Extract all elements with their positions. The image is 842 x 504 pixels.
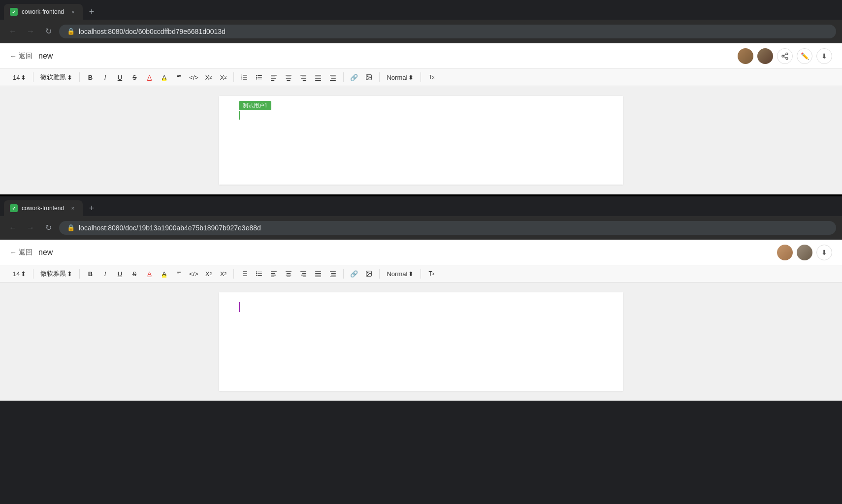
unordered-list-button-1[interactable] — [253, 71, 265, 84]
back-button-2[interactable]: ← 返回 — [10, 248, 32, 257]
svg-rect-66 — [331, 275, 336, 275]
back-nav-2[interactable]: ← — [6, 221, 20, 235]
ordered-list-button-2[interactable] — [238, 267, 251, 280]
align-center-button-1[interactable] — [282, 71, 295, 84]
svg-rect-45 — [258, 273, 262, 274]
subscript-button-1[interactable]: X2 — [202, 71, 215, 84]
justify-button-2[interactable] — [312, 267, 324, 280]
svg-rect-28 — [303, 80, 306, 81]
tab-favicon-1 — [10, 8, 18, 16]
justify-button-1[interactable] — [312, 71, 324, 84]
image-button-1[interactable] — [362, 71, 375, 84]
indent-button-2[interactable] — [326, 267, 339, 280]
tab-close-2[interactable]: × — [69, 204, 77, 212]
normal-select-1[interactable]: Normal ⬍ — [384, 73, 417, 82]
address-bar-2: ← → ↻ 🔒 localhost:8080/doc/19b13a1900ab4… — [0, 216, 842, 240]
code-button-1[interactable]: </> — [187, 71, 200, 84]
strikethrough-button-2[interactable]: S̶ — [128, 267, 141, 280]
image-button-2[interactable] — [362, 267, 375, 280]
lock-icon-2: 🔒 — [67, 224, 75, 231]
svg-rect-5 — [243, 75, 247, 75]
reload-nav-1[interactable]: ↻ — [41, 25, 55, 38]
edit-button-1[interactable]: ✏️ — [797, 48, 812, 64]
svg-rect-27 — [301, 78, 307, 79]
clear-format-button-2[interactable]: Tx — [425, 267, 438, 280]
back-arrow-1: ← — [10, 52, 17, 60]
cursor-2 — [239, 302, 240, 312]
svg-rect-6 — [243, 77, 247, 77]
align-right-button-2[interactable] — [297, 267, 310, 280]
underline-button-1[interactable]: U — [113, 71, 126, 84]
nav-right-1: ✏️ ⬇ — [738, 48, 832, 64]
tab-1[interactable]: cowork-frontend × — [4, 4, 83, 20]
bold-button-1[interactable]: B — [84, 71, 97, 84]
tab-2[interactable]: cowork-frontend × — [4, 200, 83, 216]
svg-rect-17 — [271, 75, 277, 75]
svg-point-69 — [368, 272, 369, 273]
normal-select-2[interactable]: Normal ⬍ — [384, 269, 417, 279]
url-bar-2[interactable]: 🔒 localhost:8080/doc/19b13a1900ab4e75b18… — [59, 221, 836, 235]
svg-rect-32 — [316, 80, 322, 81]
quote-button-2[interactable]: “” — [172, 267, 185, 280]
font-color-button-1[interactable]: A — [143, 71, 156, 84]
bold-button-2[interactable]: B — [84, 267, 97, 280]
svg-rect-18 — [271, 77, 275, 77]
editor-page-1[interactable]: 测试用户1 — [219, 96, 623, 185]
share-button-1[interactable] — [777, 48, 793, 64]
svg-rect-30 — [316, 77, 322, 77]
doc-title-1: new — [38, 52, 53, 61]
strikethrough-button-1[interactable]: S̶ — [128, 71, 141, 84]
new-tab-button-2[interactable]: + — [85, 201, 98, 215]
italic-button-1[interactable]: I — [98, 71, 111, 84]
align-center-button-2[interactable] — [282, 267, 295, 280]
link-button-1[interactable]: 🔗 — [348, 71, 360, 84]
svg-rect-19 — [271, 78, 277, 79]
code-button-2[interactable]: </> — [187, 267, 200, 280]
align-right-button-1[interactable] — [297, 71, 310, 84]
svg-rect-58 — [301, 275, 307, 275]
align-left-button-2[interactable] — [267, 267, 280, 280]
subscript-button-2[interactable]: X2 — [202, 267, 215, 280]
font-size-select-1[interactable]: 14 ⬍ — [10, 73, 29, 82]
back-button-1[interactable]: ← 返回 — [10, 52, 32, 61]
ordered-list-button-1[interactable]: 123 — [238, 71, 251, 84]
tab-close-1[interactable]: × — [69, 8, 77, 16]
toolbar-1: 14 ⬍ 微软雅黑 ⬍ B I U S̶ A A “” </> X2 — [0, 69, 842, 86]
svg-rect-26 — [302, 77, 306, 77]
svg-line-4 — [784, 54, 786, 56]
download-button-1[interactable]: ⬇ — [816, 48, 832, 64]
align-left-button-1[interactable] — [267, 71, 280, 84]
italic-button-2[interactable]: I — [98, 267, 111, 280]
highlight-button-1[interactable]: A — [158, 71, 170, 84]
font-size-select-2[interactable]: 14 ⬍ — [10, 269, 29, 279]
font-name-select-2[interactable]: 微软雅黑 ⬍ — [37, 268, 75, 279]
unordered-list-button-2[interactable] — [253, 267, 265, 280]
reload-nav-2[interactable]: ↻ — [41, 221, 55, 235]
avatar-4 — [797, 245, 812, 260]
url-bar-1[interactable]: 🔒 localhost:8080/doc/60b0ccdffbd79e6681d… — [59, 25, 836, 38]
superscript-button-2[interactable]: X2 — [217, 267, 229, 280]
forward-nav-1[interactable]: → — [24, 25, 37, 38]
highlight-button-2[interactable]: A — [158, 267, 170, 280]
tab-bar-2: cowork-frontend × + — [0, 196, 842, 216]
svg-rect-52 — [286, 271, 292, 272]
forward-nav-2[interactable]: → — [24, 221, 37, 235]
new-tab-button-1[interactable]: + — [85, 5, 98, 19]
quote-button-1[interactable]: “” — [172, 71, 185, 84]
svg-line-3 — [784, 57, 786, 58]
superscript-button-1[interactable]: X2 — [217, 71, 229, 84]
back-label-2: 返回 — [19, 248, 32, 257]
back-nav-1[interactable]: ← — [6, 25, 20, 38]
app-content-1: ← 返回 new ✏️ ⬇ 14 — [0, 43, 842, 194]
font-name-select-1[interactable]: 微软雅黑 ⬍ — [37, 72, 75, 83]
download-button-2[interactable]: ⬇ — [816, 245, 832, 260]
svg-rect-31 — [316, 78, 322, 79]
lock-icon-1: 🔒 — [67, 28, 75, 35]
clear-format-button-1[interactable]: Tx — [425, 71, 438, 84]
svg-point-0 — [786, 53, 788, 55]
underline-button-2[interactable]: U — [113, 267, 126, 280]
font-color-button-2[interactable]: A — [143, 267, 156, 280]
link-button-2[interactable]: 🔗 — [348, 267, 360, 280]
indent-button-1[interactable] — [326, 71, 339, 84]
editor-page-2[interactable] — [219, 292, 623, 391]
